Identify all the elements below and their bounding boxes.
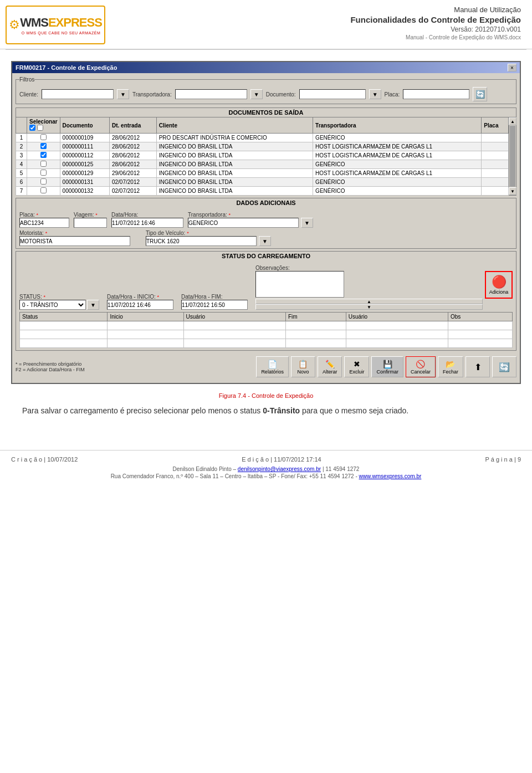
documento-arrow-btn[interactable]: ▼ xyxy=(369,89,381,99)
col-num xyxy=(16,117,27,134)
adicionar-button[interactable]: 🔴 Adiciona xyxy=(485,271,513,299)
footer-criacao: C r i a ç ã o | 10/07/2012 xyxy=(11,456,78,463)
transportadora-arrow-btn[interactable]: ▼ xyxy=(250,89,263,99)
fechar-button[interactable]: 📂 Fechar xyxy=(438,356,463,377)
gear-icon: ⚙ xyxy=(9,18,20,32)
row-checkbox-cell[interactable] xyxy=(27,160,60,169)
table-row: 1 0000000109 28/06/2012 PRO DESCART INDÚ… xyxy=(16,134,509,142)
transportadora-label: Transportadora: xyxy=(132,91,172,98)
row-documento: 0000000125 xyxy=(60,160,109,169)
transportadora-da-input[interactable] xyxy=(188,218,299,228)
scroll-thumb xyxy=(510,126,515,187)
row-checkbox-cell[interactable] xyxy=(27,134,60,142)
status-dropdown-btn[interactable]: ▼ xyxy=(87,300,99,310)
row-documento: 0000000109 xyxy=(60,134,109,142)
select-all-checkbox[interactable] xyxy=(29,125,35,131)
row-transportadora: HOST LOGISTICA ARMAZEM DE CARGAS L1 xyxy=(313,142,482,151)
footer-email-link[interactable]: denilsonpinto@viaexpress.com.br xyxy=(238,466,321,472)
row-dt-entrada: 28/06/2012 xyxy=(109,160,156,169)
log-table: Status Inicio Usuário Fim Usuário Obs xyxy=(19,312,513,348)
footer-row3: Rua Comendador Franco, n.º 400 – Sala 11… xyxy=(11,473,521,479)
extra-icon2: 🔄 xyxy=(499,362,510,372)
tipo-veiculo-arrow[interactable]: ▼ xyxy=(259,236,271,246)
log-col-inicio: Inicio xyxy=(108,313,183,321)
placa-filter-input[interactable] xyxy=(403,89,469,99)
scroll-down-btn[interactable]: ▼ xyxy=(509,187,516,195)
extra-btn2[interactable]: 🔄 xyxy=(492,356,516,377)
row-checkbox[interactable] xyxy=(40,161,47,167)
row-transportadora: GENÉRICO xyxy=(313,134,482,142)
placa-field-group: Placa: * xyxy=(19,212,69,228)
cliente-arrow-btn[interactable]: ▼ xyxy=(117,89,129,99)
row-placa xyxy=(482,151,509,160)
obs-scroll-down[interactable]: ▼ xyxy=(255,304,483,310)
documento-input[interactable] xyxy=(299,89,366,99)
extra-btn1[interactable]: ⬆ xyxy=(466,356,490,377)
filtros-row: Cliente: ▼ Transportadora: ▼ Documento: … xyxy=(19,87,513,101)
obs-textarea[interactable] xyxy=(255,271,344,298)
transportadora-da-arrow[interactable]: ▼ xyxy=(301,218,313,228)
row-checkbox-cell[interactable] xyxy=(27,142,60,151)
row-checkbox[interactable] xyxy=(40,152,47,158)
dialog-close-button[interactable]: × xyxy=(508,64,516,71)
row-checkbox[interactable] xyxy=(40,143,47,149)
docs-table: Selecionar Documento Dt. entrada Cliente… xyxy=(16,117,509,196)
refresh-button[interactable]: 🔄 xyxy=(473,87,487,101)
documento-label: Documento: xyxy=(266,91,296,98)
motorista-input[interactable] xyxy=(19,236,130,246)
fim-input[interactable] xyxy=(181,300,248,310)
row-checkbox-cell[interactable] xyxy=(27,178,60,187)
row-checkbox[interactable] xyxy=(40,187,47,193)
inicio-field-group: Data/Hora - INICIO: * xyxy=(107,294,173,310)
cancelar-button[interactable]: 🚫 Cancelar xyxy=(406,356,436,377)
docs-table-wrapper: Selecionar Documento Dt. entrada Cliente… xyxy=(16,117,509,196)
alterar-button[interactable]: ✏️ Alterar xyxy=(318,356,342,377)
scroll-up-btn[interactable]: ▲ xyxy=(509,117,516,125)
row-checkbox[interactable] xyxy=(40,134,47,140)
dialog-window: FRM00217 - Controle de Expedição × Filtr… xyxy=(11,61,521,384)
placa-da-input[interactable] xyxy=(19,218,69,228)
body-text-bold: 0-Trânsito xyxy=(263,406,300,415)
filtros-group: Filtros Cliente: ▼ Transportadora: ▼ Doc… xyxy=(16,76,516,104)
dialog-title: FRM00217 - Controle de Expedição xyxy=(16,64,117,71)
row-placa xyxy=(482,142,509,151)
logo-subtitle: O WMS QUE CABE NO SEU ARMAZÉM xyxy=(20,31,102,35)
excluir-button[interactable]: ✖ Excluir xyxy=(344,356,369,377)
row-documento: 0000000131 xyxy=(60,178,109,187)
row-dt-entrada: 28/06/2012 xyxy=(109,151,156,160)
filtros-legend: Filtros xyxy=(19,76,34,83)
data-hora-da-input[interactable] xyxy=(111,218,183,228)
cliente-input[interactable] xyxy=(42,89,114,99)
log-col-usuario1: Usuário xyxy=(183,313,285,321)
docs-scrollbar: ▲ ▼ xyxy=(509,117,516,196)
footer-row2: Denilson Edinaldo Pinto – denilsonpinto@… xyxy=(11,466,521,472)
row-checkbox-cell[interactable] xyxy=(27,187,60,196)
row-checkbox-cell[interactable] xyxy=(27,151,60,160)
transportadora-input[interactable] xyxy=(175,89,247,99)
inicio-input[interactable] xyxy=(107,300,173,310)
row-transportadora: HOST LOGISTICA ARMAZEM DE CARGAS L1 xyxy=(313,151,482,160)
footer-website-link[interactable]: www.wmsexpress.com.br xyxy=(359,473,422,479)
tipo-veiculo-input[interactable] xyxy=(146,236,257,246)
excluir-label: Excluir xyxy=(349,369,364,375)
header-version: Versão: 20120710.v001 xyxy=(350,25,521,33)
footer-edicao: E d i ç ã o | 11/07/2012 17:14 xyxy=(242,456,321,463)
row-checkbox[interactable] xyxy=(40,178,47,185)
confirmar-button[interactable]: 💾 Confirmar xyxy=(371,356,403,377)
cliente-label: Cliente: xyxy=(19,91,38,98)
row-placa xyxy=(482,187,509,196)
relatorios-button[interactable]: 📄 Relatórios xyxy=(256,356,289,377)
deselect-all-checkbox[interactable] xyxy=(37,125,43,131)
note1: * = Preenchimento obrigatório xyxy=(16,361,85,367)
novo-button[interactable]: 📋 Novo xyxy=(291,356,315,377)
viagem-input[interactable] xyxy=(74,218,107,228)
status-select[interactable]: 0 - TRÂNSITO xyxy=(19,300,86,310)
obs-scroll-up[interactable]: ▲ xyxy=(255,299,483,304)
relatorios-icon: 📄 xyxy=(268,360,277,368)
row-checkbox-cell[interactable] xyxy=(27,169,60,178)
docs-table-container: Selecionar Documento Dt. entrada Cliente… xyxy=(16,117,516,196)
bottom-buttons: 📄 Relatórios 📋 Novo ✏️ Alterar ✖ Excluir xyxy=(256,356,516,377)
logo-box: ⚙ WMS EXPRESS O WMS QUE CABE NO SEU ARMA… xyxy=(6,6,105,44)
row-checkbox[interactable] xyxy=(40,170,47,176)
row-cliente: INGENICO DO BRASIL LTDA xyxy=(156,178,313,187)
